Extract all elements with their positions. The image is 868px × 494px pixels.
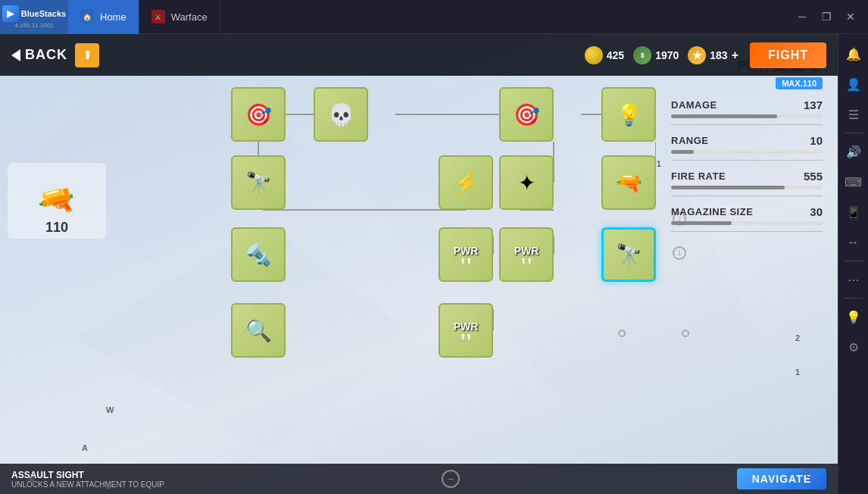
upload-icon[interactable]: ⬆	[75, 43, 99, 67]
damage-fill	[671, 114, 777, 118]
node-blades[interactable]: ⚡	[439, 155, 493, 210]
pwr1-label: PWR	[454, 245, 479, 257]
add-gold-button[interactable]: +	[732, 48, 738, 62]
node-target[interactable]: 🎯	[499, 87, 554, 142]
bs-version: 4.150.11.1001	[14, 22, 53, 29]
gold-display: ★ 183 +	[688, 46, 738, 64]
node-laser[interactable]: 🔭	[231, 155, 286, 210]
stat-range: RANGE 10	[671, 134, 823, 161]
more-icon[interactable]: ⋯	[841, 267, 866, 292]
gold-icon: ★	[688, 46, 706, 64]
scroll-indicator[interactable]: −	[442, 470, 460, 488]
close-btn[interactable]: ✕	[839, 5, 862, 28]
back-button[interactable]: BACK	[11, 47, 67, 63]
stat-damage: DAMAGE 137	[671, 98, 823, 125]
cash-icon: $	[633, 46, 651, 64]
mobile-icon[interactable]: 📱	[841, 200, 866, 224]
volume-icon[interactable]: 🔊	[841, 139, 866, 164]
profile-icon[interactable]: 👤	[841, 72, 866, 96]
node-scope-selected[interactable]: 🔭	[601, 227, 656, 282]
credits-display: 425	[585, 46, 624, 64]
magazine-fill	[671, 221, 732, 225]
tab-warface[interactable]: ⚔ Warface	[139, 0, 220, 34]
node-optic[interactable]: 🔍	[231, 303, 286, 358]
navigate-button[interactable]: NAVIGATE	[737, 468, 826, 489]
range-label: RANGE	[671, 135, 708, 146]
lightbulb-icon[interactable]: 💡	[841, 305, 866, 329]
magazine-label: MAGAZINE SIZE	[671, 206, 753, 217]
firerate-bar	[671, 186, 823, 189]
node-pwr-1[interactable]: PWR ⬆⬆	[439, 227, 493, 282]
node-muzzle[interactable]: 🔩	[231, 227, 286, 282]
damage-label: DAMAGE	[671, 99, 717, 111]
bell-icon[interactable]: 🔔	[841, 42, 866, 66]
magazine-value: 30	[810, 205, 823, 218]
warface-tab-icon: ⚔	[151, 10, 165, 23]
cash-value: 1970	[655, 49, 679, 61]
stat-magazine: MAGAZINE SIZE 30	[671, 205, 823, 232]
minimize-btn[interactable]: ─	[791, 5, 813, 28]
damage-value: 137	[804, 98, 823, 111]
settings-icon[interactable]: ⚙	[841, 335, 866, 359]
weapon-image: 🔫	[34, 179, 80, 223]
node-suppressor[interactable]: 🔫	[601, 155, 656, 210]
pwr1-arrows: ⬆⬆	[460, 257, 472, 265]
credits-icon	[585, 46, 603, 64]
gold-value: 183	[710, 49, 727, 61]
pwr3-arrows: ⬆⬆	[460, 333, 472, 341]
pwr2-label: PWR	[514, 245, 539, 257]
q-label: Q	[803, 467, 810, 477]
tab-home[interactable]: 🏠 Home	[68, 0, 139, 34]
sidebar-divider-3	[845, 298, 863, 299]
warface-tab-label: Warface	[171, 11, 208, 23]
back-arrow-icon	[11, 49, 20, 61]
s-label: S	[106, 481, 111, 490]
firerate-value: 555	[804, 170, 823, 183]
window-controls: ─ ❐ ✕	[785, 5, 868, 28]
firerate-label: FIRE RATE	[671, 170, 726, 182]
maximize-btn[interactable]: ❐	[815, 5, 838, 28]
node-light[interactable]: 💡	[601, 87, 656, 142]
home-tab-icon: 🏠	[80, 10, 94, 23]
node-scope[interactable]: 🎯	[231, 87, 286, 142]
stat-firerate: FIRE RATE 555	[671, 170, 823, 196]
currency-group: 425 $ 1970 ★ 183 +	[585, 46, 738, 64]
node-pwr-3[interactable]: PWR ⬆⬆	[439, 303, 493, 358]
num1-label: 1	[795, 367, 800, 377]
node-pwr-2[interactable]: PWR ⬆⬆	[499, 227, 554, 282]
game-topbar: BACK ⬆ 425 $ 1970 ★ 183 + FIGHT	[0, 34, 838, 76]
range-fill	[671, 150, 694, 154]
weapon-level: 110	[45, 220, 68, 236]
num2-label: 2	[795, 333, 800, 342]
max-badge: MAX.110	[776, 77, 823, 89]
node-skull[interactable]: 💀	[314, 87, 368, 142]
cash-display: $ 1970	[633, 46, 679, 64]
upgrade-tree: 🎯 💀 🎯 💡 🔭 ⚡ ✦ 🔫 🔩 PWR ⬆⬆ PWR ⬆⬆ 🔭 🔍 PWR …	[114, 80, 656, 494]
dot-indicator-2	[618, 330, 626, 337]
magazine-bar	[671, 221, 823, 225]
expand-icon[interactable]: ↔	[841, 230, 866, 255]
a-label: A	[82, 443, 88, 452]
range-value: 10	[810, 134, 823, 147]
credits-value: 425	[607, 49, 624, 61]
weapon-preview: 🔫 110	[8, 163, 106, 239]
tree-connectors	[114, 80, 656, 494]
r-label: R	[29, 475, 35, 484]
pwr2-arrows: ⬆⬆	[520, 257, 532, 265]
back-label: BACK	[25, 47, 67, 63]
keyboard-icon[interactable]: ⌨	[841, 170, 866, 194]
damage-bar	[671, 114, 823, 118]
node-sparks[interactable]: ✦	[499, 155, 554, 210]
stats-panel: PWR 110 MAX.110 DAMAGE 137 RANGE 10	[656, 34, 838, 494]
bottom-bar: ASSAULT SIGHT UNLOCKS A NEW ATTACHMENT T…	[0, 464, 838, 494]
menu-icon[interactable]: ☰	[841, 102, 866, 127]
bluestacks-logo: ▶ BlueStacks 4.150.11.1001	[0, 0, 68, 34]
game-area: BACK ⬆ 425 $ 1970 ★ 183 + FIGHT 🔫 110	[0, 34, 838, 494]
right-sidebar: 🔔 👤 ☰ 🔊 ⌨ 📱 ↔ ⋯ 💡 ⚙	[838, 34, 868, 494]
home-tab-label: Home	[100, 11, 126, 23]
titlebar: ▶ BlueStacks 4.150.11.1001 🏠 Home ⚔ Warf…	[0, 0, 868, 34]
sidebar-divider-1	[845, 133, 863, 133]
w-label: W	[106, 405, 114, 414]
fight-button[interactable]: FIGHT	[750, 42, 826, 68]
firerate-fill	[671, 186, 785, 189]
